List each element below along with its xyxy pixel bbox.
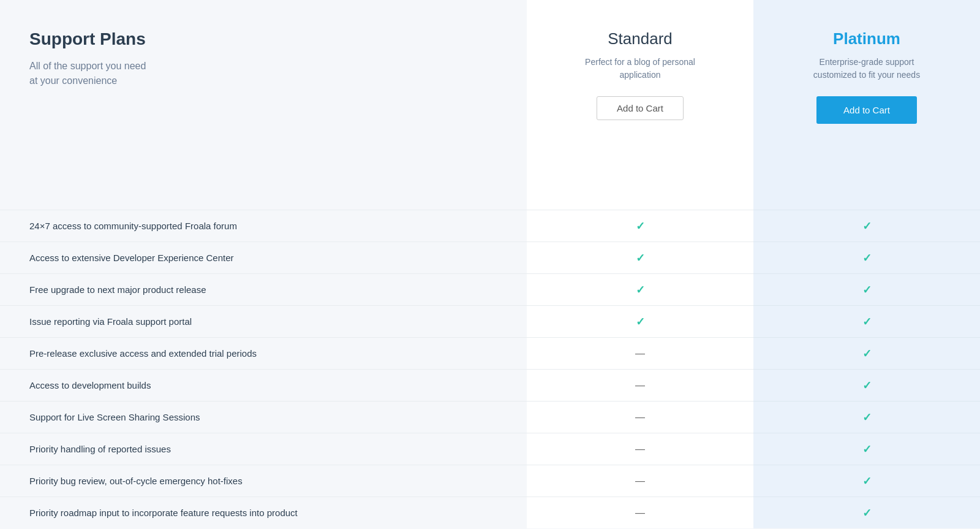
pricing-table: Support Plans All of the support you nee… — [0, 0, 980, 528]
feature-label: Priority bug review, out-of-cycle emerge… — [0, 465, 527, 497]
check-icon: ✓ — [862, 219, 872, 233]
platinum-column-header: Platinum Enterprise-grade support custom… — [753, 0, 980, 168]
section-title: Support Plans — [29, 29, 497, 49]
standard-feature-value: ✓ — [527, 305, 753, 337]
feature-row: Free upgrade to next major product relea… — [0, 273, 980, 305]
feature-label: Free upgrade to next major product relea… — [0, 273, 527, 305]
section-subtitle: All of the support you needat your conve… — [29, 59, 497, 88]
feature-row: Priority roadmap input to incorporate fe… — [0, 497, 980, 528]
feature-column-header: Support Plans All of the support you nee… — [0, 0, 527, 168]
feature-row: Priority bug review, out-of-cycle emerge… — [0, 465, 980, 497]
platinum-plan-name: Platinum — [805, 29, 928, 48]
standard-feature-value: — — [527, 369, 753, 401]
platinum-feature-value: ✓ — [753, 497, 980, 528]
standard-add-to-cart-button[interactable]: Add to Cart — [597, 96, 684, 120]
platinum-feature-value: ✓ — [753, 242, 980, 273]
check-icon: ✓ — [862, 347, 872, 360]
check-icon: ✓ — [862, 315, 872, 329]
feature-label: Support for Live Screen Sharing Sessions — [0, 401, 527, 433]
platinum-plan-header: Platinum Enterprise-grade support custom… — [805, 29, 928, 139]
platinum-feature-value: ✓ — [753, 369, 980, 401]
feature-row: 24×7 access to community-supported Froal… — [0, 210, 980, 242]
feature-label: Priority handling of reported issues — [0, 433, 527, 465]
dash-icon: — — [635, 508, 645, 519]
platinum-feature-value: ✓ — [753, 210, 980, 242]
feature-row: Issue reporting via Froala support porta… — [0, 305, 980, 337]
platinum-feature-value: ✓ — [753, 433, 980, 465]
feature-label: Pre-release exclusive access and extende… — [0, 337, 527, 369]
feature-label: Access to development builds — [0, 369, 527, 401]
feature-label: 24×7 access to community-supported Froal… — [0, 210, 527, 242]
feature-row: Support for Live Screen Sharing Sessions… — [0, 401, 980, 433]
standard-feature-value: — — [527, 433, 753, 465]
check-icon: ✓ — [862, 379, 872, 392]
platinum-add-to-cart-button[interactable]: Add to Cart — [816, 96, 917, 124]
check-icon: ✓ — [862, 251, 872, 265]
feature-label: Access to extensive Developer Experience… — [0, 242, 527, 273]
feature-row: Access to development builds—✓ — [0, 369, 980, 401]
dash-icon: — — [635, 412, 645, 423]
standard-plan-header: Standard Perfect for a blog of personal … — [579, 29, 701, 135]
platinum-feature-value: ✓ — [753, 401, 980, 433]
feature-row: Access to extensive Developer Experience… — [0, 242, 980, 273]
platinum-feature-value: ✓ — [753, 273, 980, 305]
standard-feature-value: ✓ — [527, 242, 753, 273]
standard-feature-value: ✓ — [527, 273, 753, 305]
standard-feature-value: — — [527, 337, 753, 369]
platinum-feature-value: ✓ — [753, 465, 980, 497]
check-icon: ✓ — [862, 411, 872, 424]
check-icon: ✓ — [862, 283, 872, 297]
check-icon: ✓ — [636, 251, 645, 265]
standard-feature-value: — — [527, 497, 753, 528]
feature-label: Issue reporting via Froala support porta… — [0, 305, 527, 337]
check-icon: ✓ — [862, 474, 872, 488]
dash-icon: — — [635, 476, 645, 487]
feature-label: Priority roadmap input to incorporate fe… — [0, 497, 527, 528]
check-icon: ✓ — [636, 283, 645, 297]
check-icon: ✓ — [862, 506, 872, 520]
standard-feature-value: ✓ — [527, 210, 753, 242]
standard-plan-description: Perfect for a blog of personal applicati… — [579, 56, 701, 82]
spacer-row — [0, 168, 980, 210]
standard-feature-value: — — [527, 465, 753, 497]
platinum-feature-value: ✓ — [753, 337, 980, 369]
platinum-plan-description: Enterprise-grade support customized to f… — [805, 56, 928, 82]
check-icon: ✓ — [636, 219, 645, 233]
platinum-feature-value: ✓ — [753, 305, 980, 337]
feature-row: Pre-release exclusive access and extende… — [0, 337, 980, 369]
dash-icon: — — [635, 348, 645, 359]
standard-plan-name: Standard — [579, 29, 701, 48]
standard-feature-value: — — [527, 401, 753, 433]
standard-column-header: Standard Perfect for a blog of personal … — [527, 0, 753, 168]
check-icon: ✓ — [636, 315, 645, 329]
feature-rows: 24×7 access to community-supported Froal… — [0, 210, 980, 528]
feature-row: Priority handling of reported issues—✓ — [0, 433, 980, 465]
dash-icon: — — [635, 444, 645, 455]
header-row: Support Plans All of the support you nee… — [0, 0, 980, 168]
check-icon: ✓ — [862, 443, 872, 456]
dash-icon: — — [635, 380, 645, 391]
